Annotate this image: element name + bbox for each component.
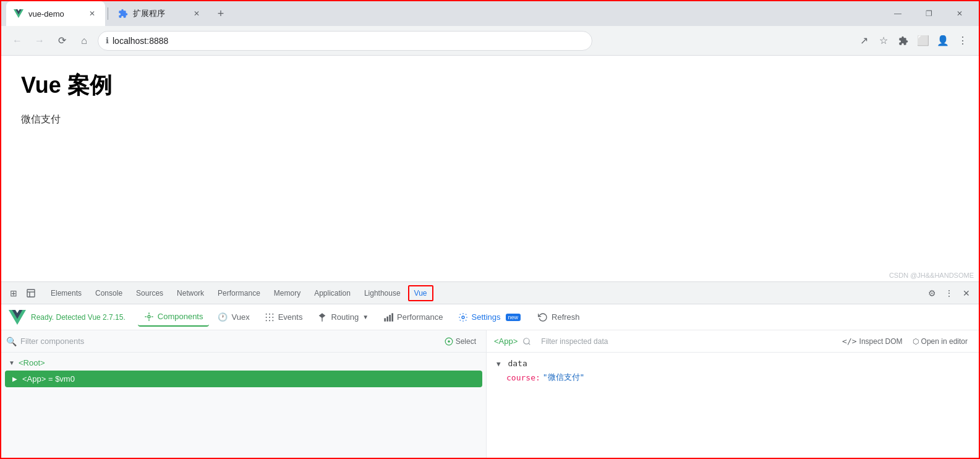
- tab-elements[interactable]: Elements: [45, 285, 88, 301]
- home-button[interactable]: ⌂: [75, 32, 93, 49]
- open-editor-button[interactable]: ⬡ Open in editor: [909, 336, 971, 347]
- svg-rect-19: [389, 315, 391, 322]
- browser-window: vue-demo ✕ 扩展程序 ✕ + — ❐ ✕ ← → ⟳ ⌂ ℹ loca…: [0, 0, 980, 459]
- tab-divider: [108, 7, 108, 20]
- vue-status: Ready. Detected Vue 2.7.15.: [31, 313, 126, 322]
- tab-sources[interactable]: Sources: [130, 285, 169, 301]
- components-label: Components: [158, 312, 203, 321]
- forward-button[interactable]: →: [31, 32, 48, 49]
- components-icon: [144, 312, 154, 322]
- events-label: Events: [278, 312, 303, 322]
- performance-tab-btn[interactable]: Performance: [377, 309, 449, 326]
- vuex-icon: 🕐: [218, 312, 228, 322]
- inspector-actions: </> Inspect DOM ⬡ Open in editor: [838, 335, 971, 347]
- tab-performance[interactable]: Performance: [211, 285, 266, 301]
- events-tab-btn[interactable]: Events: [258, 309, 309, 326]
- vue-content: 🔍 Select ▼ <Root> ▶: [1, 330, 979, 458]
- url-text: localhost:8888: [113, 36, 168, 46]
- tab-lighthouse[interactable]: Lighthouse: [358, 285, 407, 301]
- code-icon: </>: [842, 337, 856, 346]
- vue-favicon: [14, 9, 23, 19]
- devtools-close-icon[interactable]: ✕: [959, 286, 974, 301]
- inspector-panel: <App> </> Inspect DOM ⬡ Open in editor: [487, 330, 979, 458]
- tab-vue-demo[interactable]: vue-demo ✕: [6, 1, 105, 26]
- maximize-button[interactable]: ❐: [914, 4, 943, 24]
- components-filter-bar: 🔍 Select: [1, 330, 486, 353]
- tab-vue[interactable]: Vue: [408, 285, 433, 301]
- inspect-dom-label: Inspect DOM: [859, 337, 903, 346]
- devtools-settings-icon[interactable]: ⚙: [924, 286, 939, 301]
- data-property-course: course: "微信支付": [496, 371, 969, 384]
- watermark: CSDN @JH&&HANDSOME: [889, 272, 974, 279]
- share-icon[interactable]: ↗: [855, 32, 872, 49]
- svg-line-25: [529, 343, 530, 345]
- close-button[interactable]: ✕: [945, 4, 974, 24]
- inspect-dom-button[interactable]: </> Inspect DOM: [838, 335, 906, 347]
- prop-key: course:: [506, 373, 540, 382]
- svg-rect-20: [391, 313, 393, 321]
- select-icon: [445, 337, 453, 346]
- components-tab-btn[interactable]: Components: [138, 308, 210, 327]
- tab-vue-demo-close[interactable]: ✕: [87, 8, 98, 19]
- tab-memory[interactable]: Memory: [268, 285, 307, 301]
- tree-app-label: <App> = $vm0: [22, 374, 75, 384]
- title-bar: vue-demo ✕ 扩展程序 ✕ + — ❐ ✕: [1, 1, 979, 26]
- bookmark-icon[interactable]: ☆: [875, 32, 892, 49]
- component-tree: ▼ <Root> ▶ <App> = $vm0: [1, 353, 486, 458]
- tree-root-label: <Root>: [19, 358, 45, 367]
- reload-button[interactable]: ⟳: [53, 32, 70, 49]
- tree-app-item[interactable]: ▶ <App> = $vm0: [5, 371, 482, 387]
- components-search-input[interactable]: [20, 337, 436, 346]
- refresh-label: Refresh: [552, 312, 580, 322]
- tree-root-item[interactable]: ▼ <Root>: [1, 356, 486, 369]
- devtools-dock-icon[interactable]: ⊞: [6, 286, 21, 301]
- data-section: ▼ data: [496, 359, 969, 368]
- devtools-inspect-icon[interactable]: [23, 286, 38, 301]
- svg-point-9: [269, 313, 270, 314]
- back-button[interactable]: ←: [9, 32, 26, 49]
- tab-network[interactable]: Network: [171, 285, 210, 301]
- svg-point-24: [524, 338, 529, 343]
- vuex-tab-btn[interactable]: 🕐 Vuex: [211, 309, 255, 325]
- devtools-more-icon[interactable]: ⋮: [942, 286, 957, 301]
- tab-extensions-close[interactable]: ✕: [191, 8, 202, 19]
- url-bar[interactable]: ℹ localhost:8888: [98, 31, 592, 51]
- components-panel: 🔍 Select ▼ <Root> ▶: [1, 330, 487, 458]
- data-expand-icon[interactable]: ▼: [496, 360, 501, 368]
- open-editor-label: Open in editor: [921, 337, 968, 346]
- vue-logo-icon: [9, 309, 26, 326]
- page-title: Vue 案例: [21, 71, 959, 101]
- devtools-icons: ⊞: [6, 286, 38, 301]
- minimize-button[interactable]: —: [884, 4, 912, 24]
- select-button[interactable]: Select: [440, 335, 481, 348]
- svg-point-3: [148, 315, 150, 318]
- settings-tab-btn[interactable]: Settings new: [452, 309, 527, 326]
- routing-icon: [317, 312, 327, 322]
- vuex-label: Vuex: [231, 312, 249, 322]
- menu-icon[interactable]: ⋮: [954, 32, 971, 49]
- svg-rect-18: [386, 316, 388, 321]
- new-tab-button[interactable]: +: [212, 5, 229, 22]
- svg-point-23: [448, 340, 450, 343]
- tab-extensions[interactable]: 扩展程序 ✕: [111, 1, 210, 26]
- external-link-icon: ⬡: [913, 337, 919, 346]
- security-icon: ℹ: [106, 36, 109, 45]
- performance-label: Performance: [397, 312, 443, 322]
- inspector-header: <App> </> Inspect DOM ⬡ Open in editor: [487, 330, 979, 353]
- tab-extensions-title: 扩展程序: [133, 8, 186, 19]
- routing-dropdown-icon: ▼: [362, 314, 369, 320]
- split-screen-icon[interactable]: ⬜: [914, 32, 932, 49]
- inspector-search-input[interactable]: [541, 334, 829, 349]
- settings-icon: [458, 312, 468, 322]
- refresh-btn[interactable]: Refresh: [532, 309, 586, 326]
- data-section-key: data: [508, 359, 527, 368]
- page-content: Vue 案例 微信支付 CSDN @JH&&HANDSOME: [1, 56, 979, 281]
- extensions-icon[interactable]: [895, 32, 912, 49]
- inspector-component-name: <App>: [494, 337, 518, 346]
- settings-label: Settings: [472, 312, 501, 322]
- profile-icon[interactable]: 👤: [934, 32, 952, 49]
- tab-application[interactable]: Application: [308, 285, 357, 301]
- tab-console[interactable]: Console: [89, 285, 129, 301]
- routing-tab-btn[interactable]: Routing ▼: [311, 309, 375, 326]
- refresh-icon: [538, 312, 548, 322]
